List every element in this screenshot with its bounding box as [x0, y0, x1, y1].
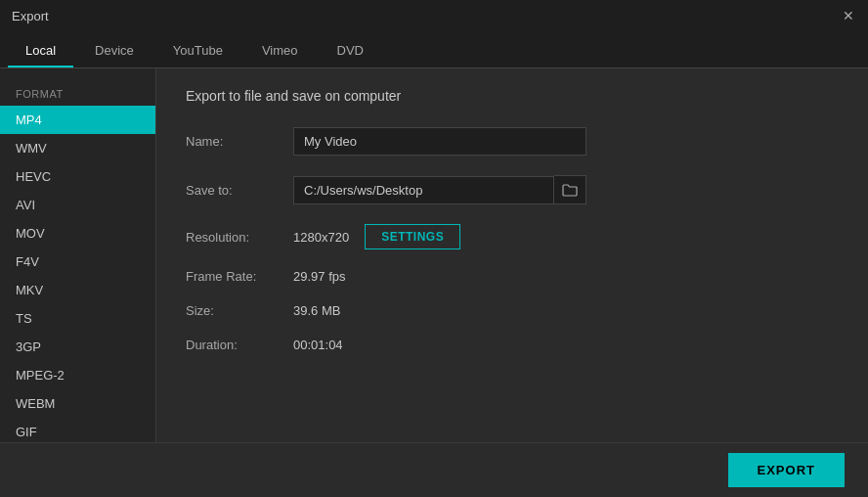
format-mpeg2[interactable]: MPEG-2	[0, 361, 155, 389]
export-button[interactable]: EXPORT	[728, 453, 845, 487]
size-value: 39.6 MB	[293, 303, 340, 318]
settings-button[interactable]: SETTINGS	[365, 224, 460, 249]
name-input[interactable]	[293, 127, 586, 156]
save-to-wrapper	[293, 175, 586, 204]
format-mp4[interactable]: MP4	[0, 106, 155, 134]
tab-dvd[interactable]: DVD	[320, 35, 381, 68]
tab-bar: Local Device YouTube Vimeo DVD	[0, 31, 868, 68]
format-hevc[interactable]: HEVC	[0, 162, 155, 191]
format-f4v[interactable]: F4V	[0, 248, 155, 276]
duration-label: Duration:	[186, 338, 293, 352]
save-to-label: Save to:	[186, 183, 293, 198]
folder-browse-button[interactable]	[554, 175, 586, 204]
format-wmv[interactable]: WMV	[0, 134, 155, 162]
tab-device[interactable]: Device	[77, 35, 152, 68]
format-avi[interactable]: AVI	[0, 191, 155, 219]
format-3gp[interactable]: 3GP	[0, 333, 155, 361]
close-button[interactable]: ✕	[841, 8, 856, 23]
size-label: Size:	[186, 303, 293, 318]
format-section-label: Format	[0, 80, 155, 106]
name-label: Name:	[186, 134, 293, 149]
save-to-row: Save to:	[186, 175, 839, 204]
duration-value: 00:01:04	[293, 338, 343, 352]
format-ts[interactable]: TS	[0, 304, 155, 333]
resolution-row: Resolution: 1280x720 SETTINGS	[186, 224, 839, 249]
format-gif[interactable]: GIF	[0, 418, 155, 442]
name-row: Name:	[186, 127, 839, 156]
tab-local[interactable]: Local	[8, 35, 73, 68]
export-window: Export ✕ Local Device YouTube Vimeo DVD …	[0, 0, 868, 497]
frame-rate-label: Frame Rate:	[186, 269, 293, 284]
format-sidebar: Format MP4 WMV HEVC AVI MOV F4V MKV TS 3…	[0, 68, 156, 442]
main-panel: Export to file and save on computer Name…	[156, 68, 868, 442]
tab-vimeo[interactable]: Vimeo	[244, 35, 316, 68]
size-row: Size: 39.6 MB	[186, 303, 839, 318]
footer: EXPORT	[0, 442, 868, 497]
format-mov[interactable]: MOV	[0, 219, 155, 248]
save-to-input[interactable]	[293, 176, 554, 204]
resolution-label: Resolution:	[186, 230, 293, 245]
resolution-value: 1280x720	[293, 230, 349, 245]
duration-row: Duration: 00:01:04	[186, 338, 839, 352]
format-mkv[interactable]: MKV	[0, 276, 155, 304]
format-webm[interactable]: WEBM	[0, 389, 155, 418]
frame-rate-value: 29.97 fps	[293, 269, 346, 284]
content-area: Format MP4 WMV HEVC AVI MOV F4V MKV TS 3…	[0, 68, 868, 442]
tab-youtube[interactable]: YouTube	[155, 35, 240, 68]
window-title: Export	[12, 9, 49, 23]
frame-rate-row: Frame Rate: 29.97 fps	[186, 269, 839, 284]
title-bar: Export ✕	[0, 0, 868, 31]
panel-title: Export to file and save on computer	[186, 88, 839, 104]
